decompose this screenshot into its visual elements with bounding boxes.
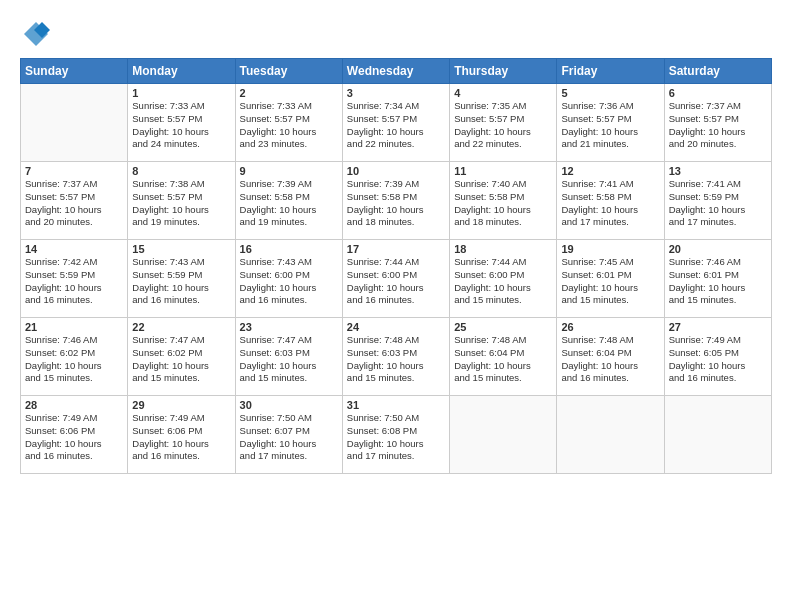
- calendar-cell: 8Sunrise: 7:38 AM Sunset: 5:57 PM Daylig…: [128, 162, 235, 240]
- day-info: Sunrise: 7:46 AM Sunset: 6:02 PM Dayligh…: [25, 334, 123, 385]
- calendar-cell: 9Sunrise: 7:39 AM Sunset: 5:58 PM Daylig…: [235, 162, 342, 240]
- day-number: 8: [132, 165, 230, 177]
- calendar-cell: 19Sunrise: 7:45 AM Sunset: 6:01 PM Dayli…: [557, 240, 664, 318]
- calendar-cell: 14Sunrise: 7:42 AM Sunset: 5:59 PM Dayli…: [21, 240, 128, 318]
- day-number: 13: [669, 165, 767, 177]
- calendar-cell: 2Sunrise: 7:33 AM Sunset: 5:57 PM Daylig…: [235, 84, 342, 162]
- day-number: 18: [454, 243, 552, 255]
- calendar-cell: 13Sunrise: 7:41 AM Sunset: 5:59 PM Dayli…: [664, 162, 771, 240]
- day-info: Sunrise: 7:50 AM Sunset: 6:07 PM Dayligh…: [240, 412, 338, 463]
- calendar-cell: 22Sunrise: 7:47 AM Sunset: 6:02 PM Dayli…: [128, 318, 235, 396]
- day-number: 27: [669, 321, 767, 333]
- day-number: 17: [347, 243, 445, 255]
- weekday-header: Monday: [128, 59, 235, 84]
- day-number: 20: [669, 243, 767, 255]
- calendar-cell: 21Sunrise: 7:46 AM Sunset: 6:02 PM Dayli…: [21, 318, 128, 396]
- calendar-cell: 5Sunrise: 7:36 AM Sunset: 5:57 PM Daylig…: [557, 84, 664, 162]
- day-number: 5: [561, 87, 659, 99]
- day-info: Sunrise: 7:37 AM Sunset: 5:57 PM Dayligh…: [669, 100, 767, 151]
- day-info: Sunrise: 7:39 AM Sunset: 5:58 PM Dayligh…: [240, 178, 338, 229]
- logo-icon: [22, 20, 50, 48]
- calendar-header: SundayMondayTuesdayWednesdayThursdayFrid…: [21, 59, 772, 84]
- day-info: Sunrise: 7:48 AM Sunset: 6:03 PM Dayligh…: [347, 334, 445, 385]
- calendar-cell: 27Sunrise: 7:49 AM Sunset: 6:05 PM Dayli…: [664, 318, 771, 396]
- day-info: Sunrise: 7:40 AM Sunset: 5:58 PM Dayligh…: [454, 178, 552, 229]
- page: SundayMondayTuesdayWednesdayThursdayFrid…: [0, 0, 792, 612]
- calendar-cell: 12Sunrise: 7:41 AM Sunset: 5:58 PM Dayli…: [557, 162, 664, 240]
- day-number: 23: [240, 321, 338, 333]
- day-info: Sunrise: 7:39 AM Sunset: 5:58 PM Dayligh…: [347, 178, 445, 229]
- day-info: Sunrise: 7:41 AM Sunset: 5:59 PM Dayligh…: [669, 178, 767, 229]
- calendar-cell: [664, 396, 771, 474]
- calendar-cell: 29Sunrise: 7:49 AM Sunset: 6:06 PM Dayli…: [128, 396, 235, 474]
- day-number: 11: [454, 165, 552, 177]
- day-number: 25: [454, 321, 552, 333]
- day-info: Sunrise: 7:37 AM Sunset: 5:57 PM Dayligh…: [25, 178, 123, 229]
- calendar-cell: 4Sunrise: 7:35 AM Sunset: 5:57 PM Daylig…: [450, 84, 557, 162]
- calendar-cell: [21, 84, 128, 162]
- day-info: Sunrise: 7:42 AM Sunset: 5:59 PM Dayligh…: [25, 256, 123, 307]
- day-number: 24: [347, 321, 445, 333]
- header: [20, 16, 772, 48]
- day-info: Sunrise: 7:36 AM Sunset: 5:57 PM Dayligh…: [561, 100, 659, 151]
- day-number: 7: [25, 165, 123, 177]
- day-number: 3: [347, 87, 445, 99]
- calendar-cell: 18Sunrise: 7:44 AM Sunset: 6:00 PM Dayli…: [450, 240, 557, 318]
- day-number: 4: [454, 87, 552, 99]
- calendar-cell: 26Sunrise: 7:48 AM Sunset: 6:04 PM Dayli…: [557, 318, 664, 396]
- calendar-week-row: 28Sunrise: 7:49 AM Sunset: 6:06 PM Dayli…: [21, 396, 772, 474]
- day-info: Sunrise: 7:48 AM Sunset: 6:04 PM Dayligh…: [561, 334, 659, 385]
- day-number: 29: [132, 399, 230, 411]
- weekday-row: SundayMondayTuesdayWednesdayThursdayFrid…: [21, 59, 772, 84]
- day-info: Sunrise: 7:41 AM Sunset: 5:58 PM Dayligh…: [561, 178, 659, 229]
- day-number: 12: [561, 165, 659, 177]
- day-info: Sunrise: 7:35 AM Sunset: 5:57 PM Dayligh…: [454, 100, 552, 151]
- day-number: 22: [132, 321, 230, 333]
- day-info: Sunrise: 7:44 AM Sunset: 6:00 PM Dayligh…: [347, 256, 445, 307]
- day-number: 1: [132, 87, 230, 99]
- day-number: 30: [240, 399, 338, 411]
- day-number: 14: [25, 243, 123, 255]
- day-info: Sunrise: 7:49 AM Sunset: 6:05 PM Dayligh…: [669, 334, 767, 385]
- day-info: Sunrise: 7:47 AM Sunset: 6:02 PM Dayligh…: [132, 334, 230, 385]
- day-number: 2: [240, 87, 338, 99]
- weekday-header: Thursday: [450, 59, 557, 84]
- day-number: 10: [347, 165, 445, 177]
- calendar-week-row: 7Sunrise: 7:37 AM Sunset: 5:57 PM Daylig…: [21, 162, 772, 240]
- calendar-cell: 20Sunrise: 7:46 AM Sunset: 6:01 PM Dayli…: [664, 240, 771, 318]
- day-info: Sunrise: 7:43 AM Sunset: 6:00 PM Dayligh…: [240, 256, 338, 307]
- calendar-week-row: 21Sunrise: 7:46 AM Sunset: 6:02 PM Dayli…: [21, 318, 772, 396]
- day-info: Sunrise: 7:34 AM Sunset: 5:57 PM Dayligh…: [347, 100, 445, 151]
- calendar-cell: 7Sunrise: 7:37 AM Sunset: 5:57 PM Daylig…: [21, 162, 128, 240]
- day-info: Sunrise: 7:45 AM Sunset: 6:01 PM Dayligh…: [561, 256, 659, 307]
- day-info: Sunrise: 7:43 AM Sunset: 5:59 PM Dayligh…: [132, 256, 230, 307]
- day-info: Sunrise: 7:49 AM Sunset: 6:06 PM Dayligh…: [132, 412, 230, 463]
- day-number: 6: [669, 87, 767, 99]
- day-info: Sunrise: 7:50 AM Sunset: 6:08 PM Dayligh…: [347, 412, 445, 463]
- calendar: SundayMondayTuesdayWednesdayThursdayFrid…: [20, 58, 772, 474]
- calendar-cell: 15Sunrise: 7:43 AM Sunset: 5:59 PM Dayli…: [128, 240, 235, 318]
- calendar-cell: 6Sunrise: 7:37 AM Sunset: 5:57 PM Daylig…: [664, 84, 771, 162]
- calendar-cell: 31Sunrise: 7:50 AM Sunset: 6:08 PM Dayli…: [342, 396, 449, 474]
- day-number: 15: [132, 243, 230, 255]
- day-info: Sunrise: 7:46 AM Sunset: 6:01 PM Dayligh…: [669, 256, 767, 307]
- calendar-cell: 17Sunrise: 7:44 AM Sunset: 6:00 PM Dayli…: [342, 240, 449, 318]
- calendar-cell: 3Sunrise: 7:34 AM Sunset: 5:57 PM Daylig…: [342, 84, 449, 162]
- day-number: 19: [561, 243, 659, 255]
- calendar-week-row: 1Sunrise: 7:33 AM Sunset: 5:57 PM Daylig…: [21, 84, 772, 162]
- calendar-body: 1Sunrise: 7:33 AM Sunset: 5:57 PM Daylig…: [21, 84, 772, 474]
- calendar-cell: 25Sunrise: 7:48 AM Sunset: 6:04 PM Dayli…: [450, 318, 557, 396]
- day-info: Sunrise: 7:33 AM Sunset: 5:57 PM Dayligh…: [240, 100, 338, 151]
- calendar-cell: [450, 396, 557, 474]
- day-info: Sunrise: 7:49 AM Sunset: 6:06 PM Dayligh…: [25, 412, 123, 463]
- calendar-cell: 30Sunrise: 7:50 AM Sunset: 6:07 PM Dayli…: [235, 396, 342, 474]
- day-number: 28: [25, 399, 123, 411]
- day-number: 26: [561, 321, 659, 333]
- weekday-header: Sunday: [21, 59, 128, 84]
- calendar-cell: 23Sunrise: 7:47 AM Sunset: 6:03 PM Dayli…: [235, 318, 342, 396]
- day-number: 31: [347, 399, 445, 411]
- calendar-cell: 28Sunrise: 7:49 AM Sunset: 6:06 PM Dayli…: [21, 396, 128, 474]
- day-number: 21: [25, 321, 123, 333]
- day-info: Sunrise: 7:44 AM Sunset: 6:00 PM Dayligh…: [454, 256, 552, 307]
- calendar-cell: 16Sunrise: 7:43 AM Sunset: 6:00 PM Dayli…: [235, 240, 342, 318]
